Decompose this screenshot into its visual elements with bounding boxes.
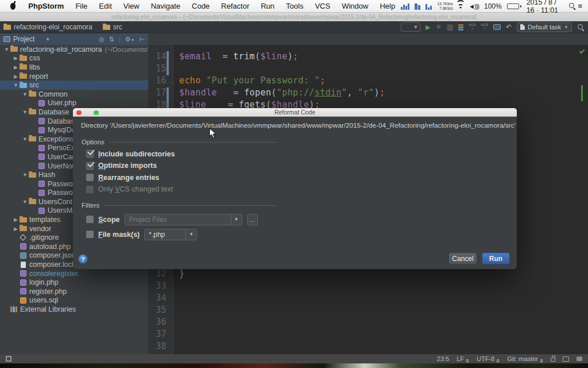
file-mask-checkbox[interactable] (86, 231, 94, 238)
caret-position[interactable]: 23:5 (437, 355, 449, 362)
checkbox-unchecked[interactable] (86, 186, 94, 193)
tree-item-register-php[interactable]: register.php (0, 287, 148, 296)
tree-item-src[interactable]: ▼src (0, 80, 148, 90)
folder-icon (28, 172, 36, 178)
zoom-window-button[interactable] (94, 110, 99, 116)
tree-chevron-icon[interactable]: ▼ (22, 91, 28, 97)
menu-help[interactable]: Help (374, 2, 401, 10)
menu-refactor[interactable]: Refactor (215, 2, 255, 10)
editor-line-38: 38 (148, 341, 588, 353)
tree-item-label: composer.json (29, 251, 76, 259)
coverage-button[interactable]: ▧ (447, 24, 453, 30)
menu-navigate[interactable]: Navigate (145, 2, 186, 10)
help-button[interactable]: ? (78, 254, 88, 264)
battery-icon[interactable] (507, 3, 521, 9)
menu-run[interactable]: Run (255, 2, 280, 10)
line-ending-selector[interactable]: LF (457, 355, 469, 363)
tree-item-user-php[interactable]: User.php (0, 99, 148, 108)
tree-chevron-icon[interactable]: ▶ (13, 55, 19, 61)
tree-item-users-sql[interactable]: users.sql (0, 296, 148, 305)
tree-chevron-icon[interactable]: ▶ (13, 226, 19, 232)
code-text: $email = trim($line); (179, 51, 299, 62)
breadcrumb-project[interactable]: refactoring-eloi_rocamora (14, 23, 92, 31)
debug-button[interactable]: ✳ (436, 24, 442, 30)
menu-vcs[interactable]: VCS (309, 2, 336, 10)
wifi-icon[interactable] (458, 3, 463, 9)
menu-phpstorm[interactable]: PhpStorm (22, 2, 69, 10)
rollback-button[interactable]: ↶ (506, 24, 512, 30)
file-mask-row: File mask(s) *.php▼ (86, 229, 197, 239)
checkbox-unchecked[interactable] (86, 174, 94, 181)
tree-chevron-icon[interactable]: ▶ (13, 64, 19, 70)
hide-panel-icon[interactable]: ⊢ (139, 36, 145, 43)
tree-item-css[interactable]: ▶css (0, 54, 148, 63)
tree-item-label: .gitignore (29, 233, 59, 241)
menu-edit[interactable]: Edit (93, 2, 117, 10)
apple-icon[interactable] (10, 3, 16, 10)
run-config-combo[interactable]: ▼ (401, 22, 420, 32)
tree-chevron-icon[interactable]: ▼ (22, 199, 28, 205)
scope-checkbox[interactable] (86, 216, 94, 223)
tree-item-report[interactable]: ▶report (0, 72, 148, 81)
network-speed[interactable]: 13.7Kb/s 7.8Kb/s (437, 2, 453, 11)
tree-item-external-libraries[interactable]: External Libraries (0, 305, 148, 314)
task-combo[interactable]: Default task ▼ (517, 22, 572, 32)
tree-chevron-icon[interactable]: ▼ (22, 109, 28, 115)
encoding-selector[interactable]: UTF-8 (477, 355, 500, 363)
editor-line-16: 16echo "Put your Password: "; (148, 75, 588, 87)
menu-tools[interactable]: Tools (280, 2, 309, 10)
tree-chevron-icon[interactable]: ▶ (13, 74, 19, 79)
git-branch-selector[interactable]: Git: master (507, 355, 543, 363)
folder-icon (28, 199, 36, 204)
event-log-icon[interactable] (577, 356, 582, 361)
tree-item-note: (~/Documents/Virtu (105, 46, 148, 53)
menu-clock[interactable]: 2015 / 8 / 16 · 11:01 (527, 0, 563, 14)
panel-settings-icon[interactable]: ⚙▼ (125, 36, 135, 43)
disk-meter-icon[interactable] (425, 3, 432, 10)
locate-file-icon[interactable]: ◎ (99, 36, 105, 43)
readonly-lock-icon[interactable] (551, 358, 555, 362)
toolwindow-quick-access-icon[interactable] (6, 356, 11, 362)
notification-center-icon[interactable]: ≡ (578, 2, 582, 10)
search-everywhere-icon[interactable] (577, 24, 585, 31)
checkbox-checked[interactable] (86, 162, 94, 170)
tree-item-consoleregister-[interactable]: consoleregister. (0, 269, 148, 278)
scope-more-button[interactable]: … (247, 214, 258, 225)
cancel-button[interactable]: Cancel (448, 252, 477, 264)
cpu-meter-icon[interactable] (401, 3, 409, 10)
tree-item-refactoring-eloi-rocamora[interactable]: ▼refactoring-eloi_rocamora(~/Documents/V… (0, 45, 148, 54)
tree-item-login-php[interactable]: login.php (0, 278, 148, 287)
tree-chevron-icon[interactable]: ▼ (22, 136, 28, 142)
vcs-commit-button[interactable]: VCS↑ (481, 23, 488, 31)
menu-window[interactable]: Window (336, 2, 374, 10)
hector-icon[interactable] (563, 356, 569, 362)
checkbox-checked[interactable] (86, 150, 94, 158)
run-dialog-button[interactable]: Run (482, 252, 510, 264)
spotlight-search-icon[interactable] (568, 2, 573, 10)
memory-meter-icon[interactable] (415, 3, 420, 10)
close-window-button[interactable] (76, 110, 82, 116)
tree-chevron-icon[interactable]: ▼ (3, 47, 10, 52)
tree-item-common[interactable]: ▼Common (0, 90, 148, 99)
tree-chevron-icon[interactable]: ▼ (22, 172, 28, 178)
menu-code[interactable]: Code (186, 2, 215, 10)
run-with-coverage-button[interactable] (458, 24, 463, 30)
tree-chevron-icon[interactable]: ▶ (13, 217, 19, 223)
breadcrumb-src[interactable]: src (113, 23, 122, 31)
tree-item-label: login.php (29, 278, 59, 286)
file-mask-combo[interactable]: *.php▼ (144, 229, 197, 240)
menu-view[interactable]: View (118, 2, 145, 10)
tree-chevron-icon[interactable]: ▼ (13, 82, 19, 88)
vcs-update-button[interactable]: VCS↓ (469, 23, 475, 31)
php-icon (37, 154, 45, 160)
changes-view-button[interactable] (493, 24, 501, 30)
collapse-all-icon[interactable]: ⇅ (109, 36, 114, 43)
php-icon (37, 163, 45, 169)
project-panel-header[interactable]: Project ▼ ◎ ⇅ | ⚙▼ ⊢ (0, 33, 148, 45)
tree-item-label: Exceptions (38, 135, 74, 143)
volume-icon[interactable]: ◄))) (469, 3, 479, 10)
scope-combo[interactable]: Project Files▼ (125, 214, 242, 225)
tree-item-libs[interactable]: ▶libs (0, 63, 148, 72)
menu-file[interactable]: File (69, 2, 93, 10)
run-button[interactable]: ▶ (425, 24, 430, 30)
